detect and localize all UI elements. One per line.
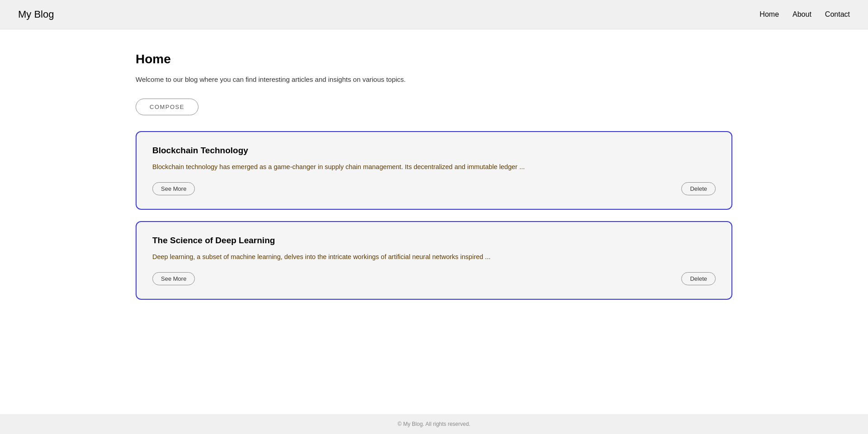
page-description: Welcome to our blog where you can find i…	[136, 75, 732, 85]
delete-button-1[interactable]: Delete	[681, 182, 716, 195]
see-more-button-2[interactable]: See More	[152, 272, 195, 285]
footer: © My Blog. All rights reserved.	[0, 414, 868, 434]
posts-container: Blockchain Technology Blockchain technol…	[136, 131, 732, 300]
see-more-button-1[interactable]: See More	[152, 182, 195, 195]
compose-button[interactable]: COMPOSE	[136, 99, 198, 115]
delete-button-2[interactable]: Delete	[681, 272, 716, 285]
nav-about-link[interactable]: About	[793, 10, 811, 18]
navbar-links: Home About Contact	[760, 10, 850, 19]
nav-home-link[interactable]: Home	[760, 10, 779, 18]
post-title-1: Blockchain Technology	[152, 146, 716, 156]
page-title: Home	[136, 52, 732, 66]
nav-contact-link[interactable]: Contact	[825, 10, 850, 18]
main-content: Home Welcome to our blog where you can f…	[0, 29, 868, 322]
footer-text: © My Blog. All rights reserved.	[398, 421, 471, 427]
post-actions-1: See More Delete	[152, 182, 716, 195]
navbar-brand: My Blog	[18, 9, 54, 20]
navbar: My Blog Home About Contact	[0, 0, 868, 29]
post-title-2: The Science of Deep Learning	[152, 236, 716, 245]
post-card-2: The Science of Deep Learning Deep learni…	[136, 221, 732, 300]
post-excerpt-1: Blockchain technology has emerged as a g…	[152, 162, 716, 172]
post-excerpt-2: Deep learning, a subset of machine learn…	[152, 252, 716, 262]
post-card-1: Blockchain Technology Blockchain technol…	[136, 131, 732, 210]
post-actions-2: See More Delete	[152, 272, 716, 285]
